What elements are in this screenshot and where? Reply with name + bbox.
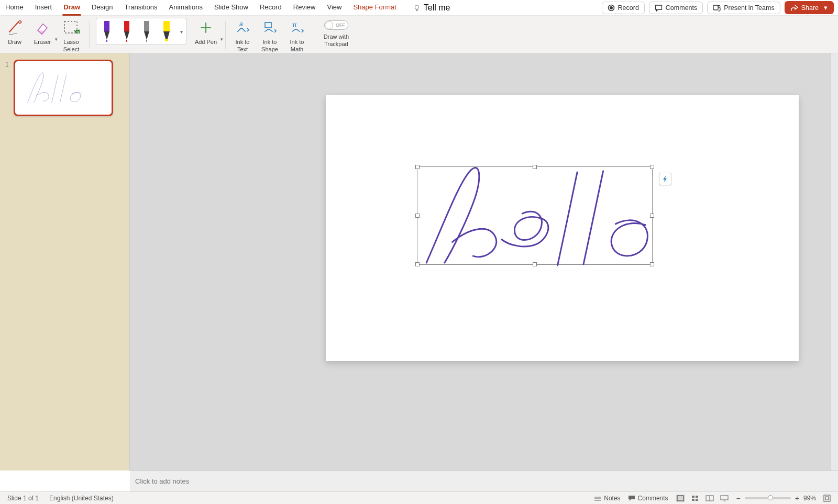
- zoom-controls: − + 99%: [736, 494, 816, 502]
- ink-to-text-label-1: Ink to: [236, 39, 250, 45]
- thumbnail-row: 1: [5, 60, 124, 116]
- svg-rect-26: [721, 496, 728, 500]
- share-button[interactable]: Share ▾: [785, 1, 834, 14]
- tab-view[interactable]: View: [326, 1, 343, 14]
- comments-button[interactable]: Comments: [649, 2, 703, 14]
- svg-rect-8: [124, 21, 129, 31]
- zoom-slider[interactable]: [745, 497, 791, 499]
- zoom-in-button[interactable]: +: [795, 494, 799, 502]
- tab-slide-show[interactable]: Slide Show: [213, 1, 249, 14]
- ribbon-divider: [89, 21, 90, 49]
- view-switcher: [676, 495, 729, 502]
- chevron-down-icon[interactable]: ▾: [180, 29, 183, 35]
- tabs-left: Home Insert Draw Design Transitions Anim…: [4, 1, 450, 14]
- tabs-right: Record Comments Present in Teams Share ▾: [602, 1, 834, 14]
- add-pen-tool[interactable]: ▾ Add Pen: [193, 18, 219, 45]
- svg-rect-10: [126, 40, 127, 42]
- lasso-select-label-1: Lasso: [63, 39, 79, 45]
- ink-to-shape-label-2: Shape: [261, 46, 278, 52]
- vertical-scrollbar[interactable]: [831, 53, 838, 471]
- sorter-view-icon[interactable]: [690, 495, 700, 502]
- pen-red[interactable]: [119, 20, 134, 42]
- svg-rect-13: [146, 40, 147, 42]
- svg-marker-12: [144, 31, 149, 40]
- tab-design[interactable]: Design: [91, 1, 114, 14]
- reading-view-icon[interactable]: [705, 495, 714, 502]
- tab-review[interactable]: Review: [292, 1, 317, 14]
- status-right: Notes Comments − + 99%: [594, 494, 831, 502]
- tell-me-label: Tell me: [424, 3, 450, 13]
- notes-icon: [594, 495, 601, 501]
- ink-to-text-label-2: Text: [237, 46, 248, 52]
- comments-toggle[interactable]: Comments: [628, 495, 668, 502]
- chevron-down-icon: ▾: [824, 4, 828, 12]
- slide-editor[interactable]: [130, 53, 838, 471]
- slideshow-view-icon[interactable]: [720, 495, 729, 502]
- ink-to-math-tool[interactable]: π Ink to Math: [286, 18, 307, 52]
- tell-me[interactable]: Tell me: [413, 3, 450, 13]
- share-label: Share: [801, 4, 819, 12]
- zoom-slider-knob[interactable]: [768, 495, 773, 500]
- status-slide-info: Slide 1 of 1: [7, 495, 39, 502]
- slide-canvas[interactable]: [326, 95, 799, 361]
- selection-box[interactable]: [417, 166, 653, 265]
- ink-to-shape-tool[interactable]: Ink to Shape: [259, 18, 280, 52]
- thumbnail-ink: [24, 70, 103, 106]
- ink-hello[interactable]: [417, 167, 653, 265]
- chevron-down-icon: ▾: [55, 37, 58, 42]
- ink-to-shape-label-1: Ink to: [263, 39, 277, 45]
- notes-input[interactable]: [135, 477, 833, 485]
- svg-rect-23: [692, 499, 694, 501]
- tab-insert[interactable]: Insert: [34, 1, 53, 14]
- eraser-tool-label: Eraser: [34, 39, 51, 45]
- ink-to-text-tool[interactable]: a Ink to Text: [232, 18, 253, 52]
- svg-rect-11: [144, 21, 149, 31]
- draw-with-trackpad-label-2: Trackpad: [324, 41, 348, 47]
- zoom-value[interactable]: 99%: [803, 495, 816, 502]
- ribbon-divider: [314, 21, 314, 49]
- status-language[interactable]: English (United States): [49, 495, 114, 502]
- zoom-out-button[interactable]: −: [736, 494, 741, 502]
- slide-thumbnails-panel[interactable]: 1: [0, 53, 130, 471]
- svg-rect-24: [696, 499, 698, 501]
- pen-purple[interactable]: [100, 20, 114, 42]
- eraser-tool[interactable]: ▾ Eraser: [31, 18, 53, 45]
- pens-gallery[interactable]: ▾: [96, 18, 186, 45]
- present-in-teams-button[interactable]: Present in Teams: [707, 2, 780, 14]
- svg-rect-27: [824, 495, 830, 501]
- tab-animations[interactable]: Animations: [168, 1, 204, 14]
- tab-shape-format[interactable]: Shape Format: [352, 1, 397, 14]
- lasso-select-tool[interactable]: Lasso Select: [60, 18, 83, 52]
- normal-view-icon[interactable]: [676, 495, 685, 502]
- tab-home[interactable]: Home: [4, 1, 25, 14]
- slide-thumbnail-1[interactable]: [14, 60, 113, 116]
- record-button[interactable]: Record: [602, 2, 645, 14]
- teams-icon: [713, 4, 721, 12]
- tab-draw[interactable]: Draw: [62, 1, 81, 14]
- draw-tool[interactable]: Draw: [4, 18, 25, 45]
- highlighter-yellow[interactable]: [159, 20, 174, 42]
- svg-point-3: [718, 5, 720, 7]
- svg-rect-21: [692, 496, 694, 498]
- tab-transitions[interactable]: Transitions: [123, 1, 158, 14]
- main-area: 1: [0, 53, 838, 471]
- lightning-icon: [661, 175, 669, 183]
- draw-with-trackpad-label-1: Draw with: [324, 33, 349, 40]
- ink-action-badge[interactable]: [659, 173, 671, 185]
- trackpad-toggle[interactable]: OFF: [324, 20, 348, 30]
- eraser-icon: [34, 18, 51, 38]
- chevron-down-icon: ▾: [220, 37, 223, 42]
- notes-toggle[interactable]: Notes: [594, 495, 620, 502]
- ribbon-divider: [225, 21, 226, 49]
- comments-label: Comments: [666, 4, 697, 12]
- fit-to-window-button[interactable]: [823, 495, 831, 502]
- present-in-teams-label: Present in Teams: [724, 4, 774, 12]
- notes-toggle-label: Notes: [604, 495, 620, 502]
- tab-record[interactable]: Record: [259, 1, 283, 14]
- toggle-knob: [325, 21, 333, 29]
- notes-pane[interactable]: [130, 471, 838, 491]
- draw-with-trackpad[interactable]: OFF Draw with Trackpad: [321, 18, 352, 47]
- comment-icon: [628, 495, 635, 501]
- pen-gray[interactable]: [139, 20, 154, 42]
- svg-rect-2: [713, 5, 718, 10]
